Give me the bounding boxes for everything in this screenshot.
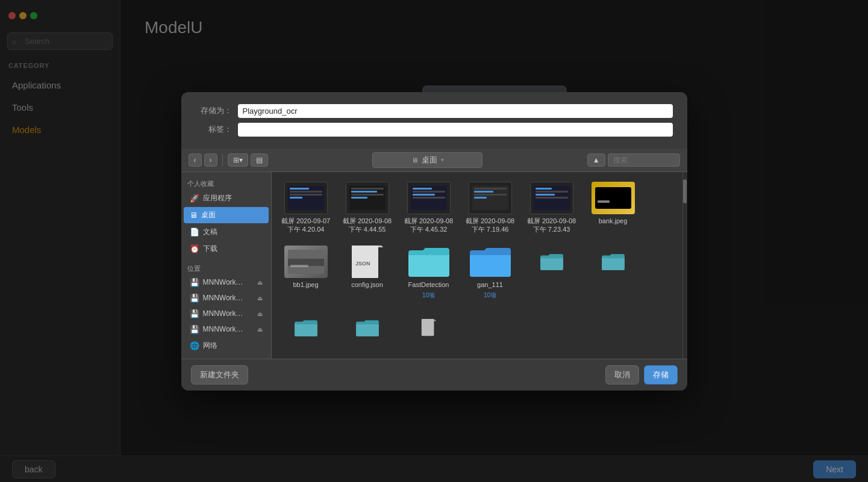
dialog-search-input[interactable] — [608, 153, 680, 167]
file-grid: 截屏 2020-09-07下午 4.20.04 截屏 2020-09-08下午 … — [272, 172, 682, 359]
collapse-panel-button[interactable]: ▲ — [587, 153, 605, 167]
file-count-fastdetection: 10项 — [422, 291, 435, 300]
file-count-gan111: 10项 — [484, 291, 496, 300]
downloads-label: 下载 — [203, 244, 217, 254]
forward-nav-button[interactable]: › — [204, 153, 217, 167]
file-thumb-partial1 — [530, 246, 573, 278]
sidebar-network[interactable]: 🌐 网络 — [184, 338, 269, 354]
folder-teal-svg — [407, 246, 451, 278]
save-dialog: 存储为： 标签： ‹ › ⊞▾ ▤ 🖥 桌面 ▾ ▲ — [181, 92, 687, 391]
file-name-ss4: 截屏 2020-09-08下午 7.19.46 — [466, 217, 514, 234]
dialog-footer-actions: 取消 存储 — [605, 365, 678, 385]
toolbar-separator — [222, 154, 223, 166]
file-thumb-ss4 — [469, 182, 512, 214]
mnn1-label: MNNWork… — [203, 278, 243, 286]
folder-blue-svg — [469, 246, 512, 278]
file-thumb-partial5 — [407, 312, 451, 344]
dialog-scrollbar[interactable] — [682, 172, 687, 359]
dialog-sidebar: 个人收藏 🚀 应用程序 🖥 桌面 📄 文稿 ⏰ 下载 位置 — [181, 172, 272, 359]
file-item-partial1[interactable] — [525, 243, 579, 302]
file-item-ss2[interactable]: 截屏 2020-09-08下午 4.44.55 — [340, 179, 395, 236]
location-bar[interactable]: 🖥 桌面 ▾ — [372, 152, 482, 168]
save-as-field: 存储为： — [196, 104, 673, 118]
svg-rect-27 — [421, 319, 434, 336]
file-item-partial2[interactable] — [586, 243, 640, 302]
eject2-icon[interactable]: ⏏ — [257, 295, 263, 301]
favorites-label: 个人收藏 — [181, 177, 271, 190]
filename-input[interactable] — [238, 104, 673, 118]
docs-label: 文稿 — [203, 227, 217, 237]
location-label: 桌面 — [422, 155, 437, 165]
file-name-fastdetection: FastDetection — [408, 280, 449, 289]
partial-json-svg — [413, 319, 445, 337]
sidebar-mnn4[interactable]: 💾 MNNWork… ⏏ — [184, 322, 269, 337]
new-folder-button[interactable]: 新建文件夹 — [191, 365, 248, 385]
dialog-toolbar: ‹ › ⊞▾ ▤ 🖥 桌面 ▾ ▲ — [181, 149, 687, 172]
tags-label: 标签： — [196, 124, 232, 135]
docs-icon: 📄 — [190, 227, 199, 236]
eject4-icon[interactable]: ⏏ — [257, 326, 263, 333]
sidebar-docs[interactable]: 📄 文稿 — [184, 224, 269, 240]
network-label: 网络 — [203, 341, 217, 351]
sidebar-mnn1[interactable]: 💾 MNNWork… ⏏ — [184, 275, 269, 290]
file-name-config: config.json — [351, 280, 383, 289]
sidebar-apps[interactable]: 🚀 应用程序 — [184, 190, 269, 206]
svg-marker-25 — [378, 246, 383, 247]
sidebar-mnn3[interactable]: 💾 MNNWork… ⏏ — [184, 306, 269, 321]
sidebar-mnn2[interactable]: 💾 MNNWork… ⏏ — [184, 291, 269, 306]
svg-marker-28 — [434, 319, 436, 321]
dialog-body: 个人收藏 🚀 应用程序 🖥 桌面 📄 文稿 ⏰ 下载 位置 — [181, 172, 687, 359]
cancel-button[interactable]: 取消 — [605, 365, 639, 385]
file-item-partial3[interactable] — [279, 309, 333, 347]
file-item-bank[interactable]: bank.jpeg — [586, 179, 640, 236]
file-thumb-bank — [592, 182, 635, 214]
apps-label: 应用程序 — [203, 193, 232, 203]
file-name-ss2: 截屏 2020-09-08下午 4.44.55 — [343, 217, 392, 234]
eject3-icon[interactable]: ⏏ — [257, 311, 263, 317]
file-item-ss5[interactable]: 截屏 2020-09-08下午 7.23.43 — [525, 179, 579, 236]
file-thumb-fastdetection — [407, 246, 451, 278]
desktop-sidebar-icon: 🖥 — [190, 211, 198, 220]
partial-folder4-svg — [346, 319, 389, 337]
file-item-ss1[interactable]: 截屏 2020-09-07下午 4.20.04 — [279, 179, 333, 236]
file-name-ss3: 截屏 2020-09-08下午 4.45.32 — [404, 217, 453, 234]
file-item-partial4[interactable] — [340, 309, 395, 347]
file-item-ss4[interactable]: 截屏 2020-09-08下午 7.19.46 — [463, 179, 517, 236]
file-thumb-config: JSON — [346, 246, 389, 278]
file-item-bb1[interactable]: bb1.jpeg — [279, 243, 333, 302]
drive4-icon: 💾 — [190, 325, 199, 334]
mnn4-label: MNNWork… — [203, 325, 243, 333]
drive1-icon: 💾 — [190, 278, 199, 287]
file-thumb-partial4 — [346, 312, 389, 344]
file-item-config[interactable]: JSON config.json — [340, 243, 395, 302]
file-item-fastdetection[interactable]: FastDetection 10项 — [402, 243, 456, 302]
view-grid-button[interactable]: ⊞▾ — [228, 153, 248, 167]
mnn3-label: MNNWork… — [203, 309, 243, 318]
location-dropdown-icon[interactable]: ▾ — [441, 156, 444, 163]
back-nav-button[interactable]: ‹ — [189, 153, 202, 167]
file-item-partial5[interactable] — [402, 309, 456, 347]
partial-folder1-svg — [530, 253, 573, 271]
file-thumb-ss5 — [530, 182, 573, 214]
svg-rect-22 — [290, 265, 308, 267]
sidebar-desktop[interactable]: 🖥 桌面 — [184, 207, 269, 223]
view-columns-button[interactable]: ▤ — [251, 153, 268, 167]
sidebar-downloads[interactable]: ⏰ 下载 — [184, 241, 269, 257]
save-button[interactable]: 存储 — [644, 365, 678, 385]
file-name-bank: bank.jpeg — [599, 217, 628, 225]
file-thumb-bb1 — [284, 246, 328, 278]
file-item-gan111[interactable]: gan_111 10项 — [463, 243, 517, 302]
partial-folder2-svg — [592, 253, 635, 271]
file-name-bb1: bb1.jpeg — [293, 280, 318, 289]
bb1-thumb-svg — [288, 250, 324, 274]
file-item-ss3[interactable]: 截屏 2020-09-08下午 4.45.32 — [402, 179, 456, 236]
mnn2-label: MNNWork… — [203, 294, 243, 302]
tags-field: 标签： — [196, 123, 673, 137]
eject1-icon[interactable]: ⏏ — [257, 279, 263, 286]
downloads-icon: ⏰ — [190, 244, 199, 253]
file-thumb-ss2 — [346, 182, 389, 214]
file-thumb-partial2 — [592, 246, 635, 278]
json-file-svg: JSON — [352, 246, 383, 278]
tags-input[interactable] — [238, 123, 673, 137]
drive2-icon: 💾 — [190, 294, 199, 303]
